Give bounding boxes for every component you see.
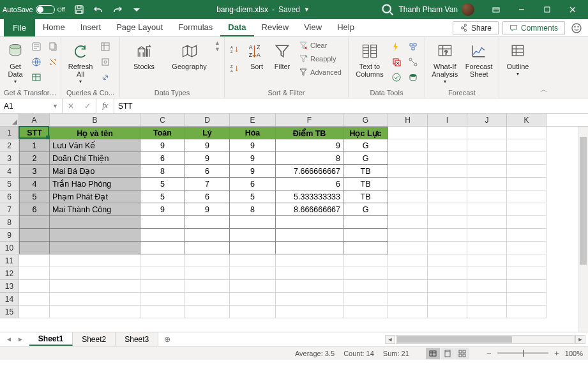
cell[interactable]: Hóa [230, 127, 276, 139]
cell[interactable] [19, 267, 50, 280]
cell[interactable] [19, 293, 50, 306]
cell[interactable] [230, 306, 276, 318]
cell[interactable] [140, 306, 185, 318]
cell[interactable] [428, 139, 467, 152]
flash-fill-icon[interactable] [389, 40, 403, 54]
cell[interactable] [276, 267, 343, 280]
tab-help[interactable]: Help [329, 19, 362, 36]
row-header[interactable]: 15 [0, 306, 19, 318]
cell[interactable] [19, 216, 50, 229]
data-model-icon[interactable] [406, 70, 420, 84]
cell[interactable] [19, 306, 50, 318]
cell[interactable] [343, 229, 388, 242]
cell[interactable]: Lưu Văn Kế [50, 139, 140, 152]
cell[interactable] [428, 293, 467, 306]
cell[interactable] [185, 254, 230, 267]
advanced-button[interactable]: Advanced [296, 66, 344, 78]
cell[interactable]: Toán [140, 127, 185, 139]
cell[interactable] [388, 190, 428, 203]
zoom-slider[interactable] [497, 352, 548, 354]
cell[interactable]: 5 [230, 190, 276, 203]
cell[interactable] [50, 229, 140, 242]
recent-sources-icon[interactable] [46, 40, 60, 54]
forecast-sheet-button[interactable]: Forecast Sheet [464, 40, 495, 79]
cell[interactable] [230, 242, 276, 254]
text-to-columns-button[interactable]: Text to Columns [352, 40, 387, 79]
cell[interactable]: Phạm Phát Đạt [50, 190, 140, 203]
cell[interactable] [19, 242, 50, 254]
cell[interactable] [507, 216, 547, 229]
cell[interactable]: 1 [19, 139, 50, 152]
cell[interactable] [276, 280, 343, 293]
cell-reference-input[interactable] [4, 102, 42, 111]
file-tab[interactable]: File [4, 19, 35, 36]
cell[interactable] [343, 293, 388, 306]
cell[interactable] [507, 267, 547, 280]
refresh-all-button[interactable]: Refresh All▾ [65, 40, 96, 86]
horizontal-scrollbar[interactable] [396, 335, 575, 344]
cell[interactable] [428, 127, 467, 139]
cell[interactable] [428, 267, 467, 280]
cell[interactable]: 6 [19, 203, 50, 216]
cell[interactable] [507, 203, 547, 216]
cell[interactable] [467, 152, 507, 165]
cell[interactable] [343, 242, 388, 254]
column-header[interactable]: B [50, 114, 140, 126]
cell[interactable] [388, 127, 428, 139]
cell[interactable] [507, 229, 547, 242]
cell[interactable] [19, 280, 50, 293]
cell[interactable]: 9 [185, 152, 230, 165]
cell[interactable] [467, 254, 507, 267]
cell[interactable] [343, 254, 388, 267]
cell[interactable] [388, 254, 428, 267]
cell[interactable]: 8 [276, 152, 343, 165]
chevron-down-icon[interactable]: ▼ [52, 103, 58, 109]
cell[interactable]: 9 [230, 139, 276, 152]
tab-page-layout[interactable]: Page Layout [109, 19, 170, 36]
column-header[interactable]: K [507, 114, 547, 126]
row-header[interactable]: 6 [0, 190, 19, 203]
cell[interactable] [507, 165, 547, 178]
cell[interactable]: Học Lực [343, 127, 388, 139]
cell[interactable] [388, 152, 428, 165]
zoom-level[interactable]: 100% [565, 350, 583, 357]
cell[interactable] [276, 254, 343, 267]
cell[interactable]: 7 [185, 178, 230, 190]
sheet-tab[interactable]: Sheet3 [116, 332, 158, 346]
cell[interactable] [507, 293, 547, 306]
sort-za-icon[interactable]: ZA [229, 61, 243, 75]
cell[interactable]: 7.666666667 [276, 165, 343, 178]
cell[interactable]: 6 [276, 178, 343, 190]
edit-links-icon[interactable] [98, 70, 112, 84]
cell[interactable] [50, 280, 140, 293]
cell[interactable]: 4 [19, 178, 50, 190]
outline-button[interactable]: Outline▾ [503, 40, 532, 79]
row-header[interactable]: 7 [0, 203, 19, 216]
cell[interactable]: 6 [230, 178, 276, 190]
cell[interactable] [388, 242, 428, 254]
cell[interactable] [343, 267, 388, 280]
cell[interactable] [388, 293, 428, 306]
sheet-nav-next-icon[interactable]: ► [15, 336, 26, 343]
cell[interactable] [428, 190, 467, 203]
get-data-button[interactable]: Get Data▾ [4, 40, 27, 86]
row-header[interactable]: 1 [0, 127, 19, 139]
fx-icon[interactable]: fx [96, 98, 114, 113]
column-header[interactable]: A [19, 114, 50, 126]
sheet-tab[interactable]: Sheet1 [29, 332, 73, 346]
cell[interactable]: 6 [185, 190, 230, 203]
cell[interactable] [507, 152, 547, 165]
tab-view[interactable]: View [296, 19, 329, 36]
row-header[interactable]: 9 [0, 229, 19, 242]
cell[interactable] [428, 254, 467, 267]
sheet-nav-prev-icon[interactable]: ◄ [4, 336, 14, 343]
cell[interactable]: 2 [19, 152, 50, 165]
cell[interactable] [140, 280, 185, 293]
cell[interactable] [230, 254, 276, 267]
cell[interactable]: TB [343, 190, 388, 203]
cell[interactable]: 8.666666667 [276, 203, 343, 216]
tab-formulas[interactable]: Formulas [170, 19, 220, 36]
cell[interactable] [467, 139, 507, 152]
row-header[interactable]: 5 [0, 178, 19, 190]
cell[interactable] [276, 293, 343, 306]
